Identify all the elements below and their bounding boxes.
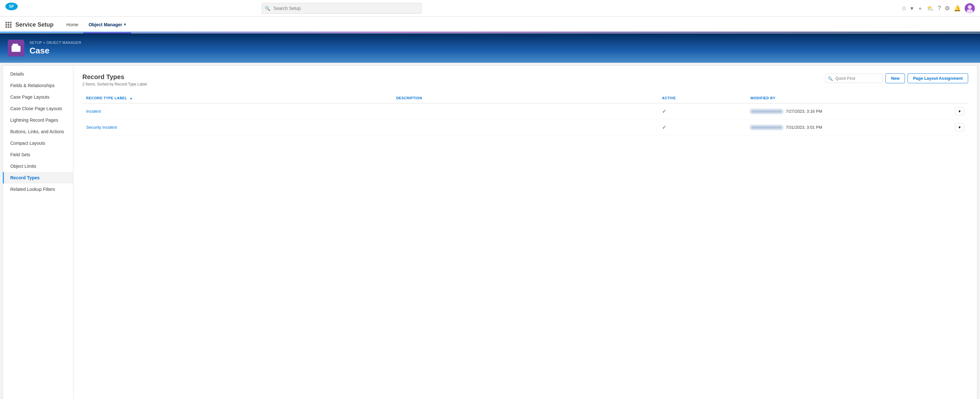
page-layout-assignment-button[interactable]: Page Layout Assignment: [908, 73, 968, 83]
record-type-link-incident[interactable]: Incident: [86, 109, 101, 114]
table-body: Incident ✓ 7/27/2023, 3:16 PM ▾: [82, 103, 968, 135]
row-actions-security: ▾: [942, 119, 968, 135]
svg-rect-10: [10, 24, 11, 25]
row-actions-incident: ▾: [942, 103, 968, 119]
record-type-link-security-incident[interactable]: Security Incident: [86, 125, 117, 130]
quick-find-icon: 🔍: [828, 76, 833, 81]
modified-by-name-blur-2: [751, 125, 783, 129]
svg-rect-12: [8, 26, 9, 28]
sidebar-item-object-limits[interactable]: Object Limits: [3, 160, 73, 172]
sidebar-item-related-lookup-filters[interactable]: Related Lookup Filters: [3, 184, 73, 195]
record-types-table: RECORD TYPE LABEL ▲ DESCRIPTION ACTIVE M…: [82, 93, 968, 135]
content-title-group: Record Types 2 Items, Sorted by Record T…: [82, 73, 147, 87]
case-icon: [8, 40, 24, 56]
record-type-label-cell-security: Security Incident: [82, 119, 392, 135]
col-header-modified-by[interactable]: MODIFIED BY: [747, 93, 942, 103]
svg-text:SF: SF: [9, 4, 14, 9]
gear-icon[interactable]: ⚙: [945, 5, 950, 12]
table-row: Incident ✓ 7/27/2023, 3:16 PM ▾: [82, 103, 968, 119]
favorite-icon[interactable]: ☆: [902, 5, 907, 12]
new-button[interactable]: New: [885, 73, 905, 83]
search-bar: 🔍: [261, 3, 422, 14]
svg-rect-13: [10, 26, 11, 28]
sort-arrow-icon: ▲: [129, 97, 133, 100]
description-cell-incident: [392, 103, 658, 119]
col-header-description[interactable]: DESCRIPTION: [392, 93, 658, 103]
sidebar-item-buttons-links-actions[interactable]: Buttons, Links, and Actions: [3, 126, 73, 138]
svg-rect-9: [8, 24, 9, 25]
nav-item-object-manager[interactable]: Object Manager ▾: [83, 17, 131, 33]
svg-point-3: [968, 5, 972, 9]
object-manager-chevron-icon: ▾: [124, 22, 126, 27]
row-dropdown-button-security[interactable]: ▾: [955, 123, 964, 131]
content-actions: 🔍 New Page Layout Assignment: [825, 73, 968, 83]
add-icon[interactable]: ＋: [917, 5, 923, 12]
chevron-down-icon[interactable]: ▾: [910, 5, 913, 12]
sidebar-item-fields-relationships[interactable]: Fields & Relationships: [3, 80, 73, 91]
modified-by-cell-incident: 7/27/2023, 3:16 PM: [747, 103, 942, 119]
table-row: Security Incident ✓ 7/31/2023, 3:01 PM ▾: [82, 119, 968, 135]
top-nav: SF 🔍 ☆ ▾ ＋ ⛅ ? ⚙ 🔔: [0, 0, 980, 17]
modified-date-incident: 7/27/2023, 3:16 PM: [786, 109, 822, 114]
quick-find-input[interactable]: [825, 74, 883, 83]
modified-by-name-blur: [751, 109, 783, 113]
svg-rect-7: [10, 22, 11, 24]
hero-banner: SETUP > OBJECT MANAGER Case: [0, 33, 980, 63]
page-title: Case: [29, 46, 81, 56]
row-dropdown-button-incident[interactable]: ▾: [955, 107, 964, 115]
cloud-icon[interactable]: ⛅: [927, 5, 934, 12]
record-type-label-cell: Incident: [82, 103, 392, 119]
sidebar-item-field-sets[interactable]: Field Sets: [3, 149, 73, 160]
content-subtitle: 2 Items, Sorted by Record Type Label: [82, 82, 147, 87]
svg-rect-8: [5, 24, 7, 25]
svg-rect-6: [8, 22, 9, 24]
sidebar-item-case-close-page-layouts[interactable]: Case Close Page Layouts: [3, 103, 73, 114]
col-header-record-type[interactable]: RECORD TYPE LABEL ▲: [82, 93, 392, 103]
main-content: Details Fields & Relationships Case Page…: [3, 65, 977, 399]
svg-rect-5: [5, 22, 7, 24]
search-icon: 🔍: [265, 6, 270, 11]
description-cell-security: [392, 119, 658, 135]
sidebar: Details Fields & Relationships Case Page…: [3, 66, 73, 399]
quick-find-wrapper: 🔍: [825, 74, 883, 83]
app-nav: Service Setup Home Object Manager ▾: [0, 17, 980, 33]
col-header-actions: [942, 93, 968, 103]
sidebar-item-lightning-record-pages[interactable]: Lightning Record Pages: [3, 114, 73, 126]
content-header: Record Types 2 Items, Sorted by Record T…: [82, 73, 968, 87]
content-title: Record Types: [82, 73, 147, 81]
app-title: Service Setup: [15, 17, 54, 33]
sidebar-item-record-types[interactable]: Record Types: [3, 172, 73, 184]
content-area: Record Types 2 Items, Sorted by Record T…: [73, 66, 977, 399]
app-nav-items: Home Object Manager ▾: [61, 17, 131, 33]
sidebar-item-case-page-layouts[interactable]: Case Page Layouts: [3, 91, 73, 103]
app-grid-icon[interactable]: [5, 17, 11, 33]
sidebar-item-compact-layouts[interactable]: Compact Layouts: [3, 138, 73, 149]
avatar[interactable]: [965, 3, 975, 13]
active-checkmark: ✓: [662, 109, 666, 114]
modified-date-security: 7/31/2023, 3:01 PM: [786, 125, 822, 130]
active-checkmark: ✓: [662, 125, 666, 130]
table-header: RECORD TYPE LABEL ▲ DESCRIPTION ACTIVE M…: [82, 93, 968, 103]
svg-rect-11: [5, 26, 7, 28]
help-icon[interactable]: ?: [938, 5, 941, 11]
active-cell-incident: ✓: [658, 103, 747, 119]
search-input[interactable]: [261, 3, 422, 14]
modified-by-cell-security: 7/31/2023, 3:01 PM: [747, 119, 942, 135]
sidebar-item-details[interactable]: Details: [3, 68, 73, 80]
bell-icon[interactable]: 🔔: [954, 5, 961, 12]
active-cell-security: ✓: [658, 119, 747, 135]
hero-text: SETUP > OBJECT MANAGER Case: [29, 41, 81, 56]
breadcrumb: SETUP > OBJECT MANAGER: [29, 41, 81, 44]
salesforce-logo[interactable]: SF: [5, 2, 18, 15]
nav-item-home[interactable]: Home: [61, 17, 83, 33]
top-nav-actions: ☆ ▾ ＋ ⛅ ? ⚙ 🔔: [902, 3, 975, 13]
col-header-active[interactable]: ACTIVE: [658, 93, 747, 103]
